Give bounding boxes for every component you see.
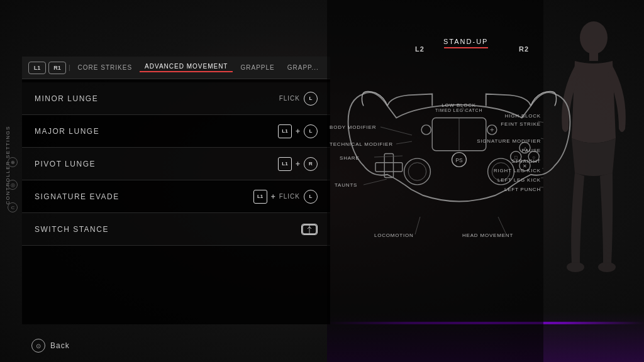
move-row-major-lunge[interactable]: MAJOR LUNGE L1 + L (22, 115, 330, 148)
input-text-flick: FLICK (279, 193, 300, 200)
input-btn-l1: L1 (253, 190, 267, 204)
move-input (301, 224, 318, 235)
label-technical-modifier: TECHNICAL MODIFIER (330, 141, 393, 147)
label-left-leg-kick: LEFT LEG KICK (497, 177, 541, 183)
side-icon-1[interactable]: ⊕ (8, 157, 18, 167)
svg-point-0 (580, 21, 608, 54)
l2-label: L2 (415, 45, 425, 53)
r2-label: R2 (519, 45, 529, 53)
svg-point-3 (598, 262, 616, 272)
svg-rect-1 (589, 52, 598, 61)
tab-l1[interactable]: L1 (28, 62, 46, 74)
move-input: L1 + L (278, 124, 318, 138)
tab-grapple2[interactable]: GRAPP... (282, 64, 324, 71)
move-name: MINOR LUNGE (35, 94, 98, 103)
label-taunts: TAUNTS (335, 182, 357, 188)
standup-label: STAND-UP (443, 38, 488, 45)
move-row-signature-evade[interactable]: SIGNATURE EVADE L1 + FLICK L (22, 180, 330, 213)
controller-svg: PS △ ○ □ ✕ (340, 60, 579, 236)
move-list: MINOR LUNGE FLICK L MAJOR LUNGE L1 + L P… (22, 79, 330, 249)
move-input: FLICK L (279, 92, 318, 106)
input-btn-l: L (304, 92, 318, 106)
tab-core-strikes[interactable]: CORE STRIKES (73, 64, 137, 71)
label-left-punch: LEFT PUNCH (504, 187, 541, 192)
standup-container: STAND-UP (443, 38, 488, 48)
tab-separator: | (69, 64, 70, 71)
input-btn-l1: L1 (278, 157, 292, 171)
tab-grapple[interactable]: GRAPPLE (235, 64, 279, 71)
standup-underline (444, 47, 488, 48)
svg-point-2 (567, 262, 584, 272)
move-name: MAJOR LUNGE (35, 127, 99, 136)
back-label: Back (50, 341, 70, 350)
input-btn-l: L (304, 190, 318, 204)
tab-r1[interactable]: R1 (48, 62, 66, 74)
label-high-block: HIGH BLOCK (505, 113, 541, 119)
move-name: SIGNATURE EVADE (35, 192, 119, 201)
left-panel: L1 R1 | CORE STRIKES ADVANCED MOVEMENT G… (22, 57, 330, 324)
side-icon-2[interactable]: ◎ (8, 180, 18, 190)
svg-point-11 (421, 125, 431, 134)
plus-sign: + (271, 192, 275, 201)
plus-sign: + (296, 160, 300, 168)
plus-sign: + (296, 127, 300, 136)
move-row-minor-lunge[interactable]: MINOR LUNGE FLICK L (22, 82, 330, 115)
label-feint-strike: FEINT STRIKE (501, 121, 541, 127)
side-icons: ⊕ ◎ ⊂ (8, 157, 18, 212)
svg-text:PS: PS (455, 157, 463, 163)
input-text-flick: FLICK (279, 95, 300, 102)
label-share: SHARE (340, 155, 360, 161)
label-signature-modifier: SIGNATURE MODIFIER (477, 138, 541, 144)
input-touchpad (301, 224, 318, 235)
move-input: L1 + FLICK L (253, 190, 318, 204)
move-row-switch-stance[interactable]: SWITCH STANCE (22, 213, 330, 246)
input-btn-r: R (304, 157, 318, 171)
back-circle-icon: ⊙ (31, 339, 45, 353)
svg-rect-18 (384, 154, 393, 178)
label-low-block: LOW BLOCK TIMED LEG CATCH (435, 102, 482, 112)
move-name: SWITCH STANCE (35, 225, 109, 234)
label-body-modifier: BODY MODIFIER (330, 124, 376, 130)
label-right-leg-kick: RIGHT LEG KICK (494, 168, 541, 173)
label-straight: STRAIGHT (511, 158, 541, 164)
tab-bar: L1 R1 | CORE STRIKES ADVANCED MOVEMENT G… (22, 57, 330, 79)
right-panel: L2 STAND-UP R2 PS (327, 0, 543, 362)
input-btn-l: L (304, 124, 318, 138)
move-input: L1 + R (278, 157, 318, 171)
svg-rect-19 (375, 163, 402, 172)
tab-advanced-movement[interactable]: ADVANCED MOVEMENT (140, 63, 233, 72)
back-button[interactable]: ⊙ Back (31, 339, 70, 353)
side-icon-3[interactable]: ⊂ (8, 202, 18, 212)
label-locomotion: LOCOMOTION (374, 233, 414, 238)
move-row-pivot-lunge[interactable]: PIVOT LUNGE L1 + R (22, 148, 330, 180)
label-head-movement: HEAD MOVEMENT (462, 233, 513, 238)
move-name: PIVOT LUNGE (35, 160, 96, 168)
input-btn-l1: L1 (278, 124, 292, 138)
svg-point-15 (408, 163, 426, 181)
label-pause: PAUSE (521, 148, 541, 153)
